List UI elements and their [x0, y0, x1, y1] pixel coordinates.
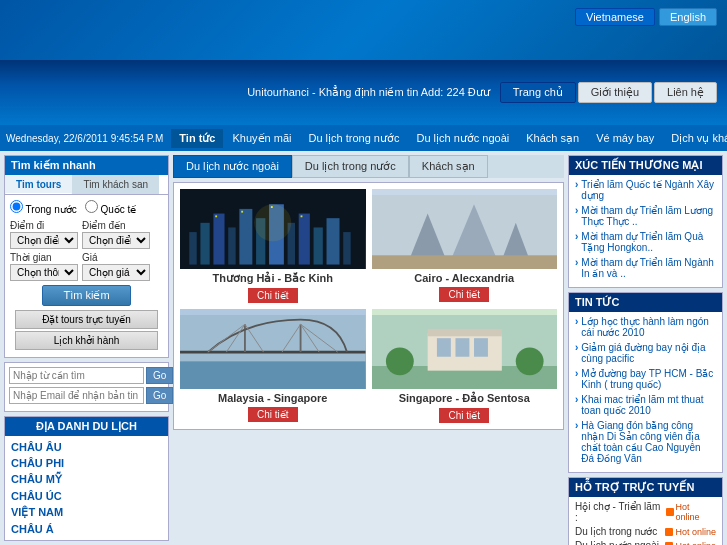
promo-item-3[interactable]: Mời tham dự Triển lãm Ngành In ấn và ..: [575, 257, 716, 279]
promo-section: XÚC TIẾN THƯƠNG MẠI Triển lãm Quốc tế Ng…: [568, 155, 723, 288]
radio-international[interactable]: Quốc tế: [85, 200, 137, 215]
email-input[interactable]: [9, 387, 144, 404]
select-from[interactable]: Chọn điểm: [10, 232, 78, 249]
svg-rect-1: [189, 232, 196, 264]
news-item-2[interactable]: Mở đường bay TP HCM - Bắc Kinh ( trung q…: [575, 368, 716, 390]
tab-international[interactable]: Du lịch nước ngoài: [173, 155, 292, 178]
tour-detail-btn-0[interactable]: Chi tiết: [248, 288, 298, 303]
online-text-0[interactable]: Hot online: [676, 502, 716, 522]
tab-find-tours[interactable]: Tim tours: [5, 175, 72, 194]
nav-news[interactable]: Tin tức: [171, 129, 223, 148]
nav-home-button[interactable]: Trang chủ: [500, 82, 576, 103]
label-to: Điểm đến: [82, 220, 150, 231]
banner-area: Unitourhanci - Khẳng định niềm tin Add: …: [0, 60, 727, 125]
language-switcher: Vietnamese English: [575, 8, 717, 26]
dest-asia[interactable]: CHÂU Á: [11, 521, 162, 537]
tour-name-3: Singapore - Đảo Sentosa: [372, 392, 558, 405]
banner-nav: Trang chủ Giới thiệu Liên hệ: [500, 82, 717, 103]
nav-about-button[interactable]: Giới thiệu: [578, 82, 652, 103]
news-item-4[interactable]: Hà Giang đón bằng công nhận Di Sản công …: [575, 420, 716, 464]
search-button[interactable]: Tìm kiếm: [42, 285, 130, 306]
tour-name-0: Thương Hải - Bắc Kinh: [180, 272, 366, 285]
online-dot-0: [666, 508, 674, 516]
itinerary-button[interactable]: Lịch khởi hành: [15, 331, 158, 350]
main-nav: Wednesday, 22/6/2011 9:45:54 P.M Tin tức…: [0, 125, 727, 151]
keyword-input[interactable]: [9, 367, 144, 384]
nav-hotel[interactable]: Khách sạn: [518, 129, 587, 148]
banner-tagline: Unitourhanci - Khẳng định niềm tin Add: …: [247, 86, 490, 99]
svg-rect-10: [314, 227, 323, 264]
svg-rect-11: [327, 218, 340, 264]
lang-vi-button[interactable]: Vietnamese: [575, 8, 655, 26]
dest-vietnam[interactable]: VIỆT NAM: [11, 504, 162, 521]
dest-america[interactable]: CHÂU MỸ: [11, 471, 162, 488]
online-badge-2: Hot online: [665, 541, 716, 546]
nav-domestic[interactable]: Du lịch trong nước: [300, 129, 407, 148]
date-label: Wednesday, 22/6/2011 9:45:54 P.M: [6, 133, 163, 144]
field-time: Thời gian Chọn thông: [10, 252, 78, 281]
search-title: Tìm kiếm nhanh: [5, 156, 168, 175]
promo-item-2[interactable]: Mời tham dự Triển lãm Quà Tặng Hongkon..: [575, 231, 716, 253]
select-to[interactable]: Chọn điểm: [82, 232, 150, 249]
online-text-2[interactable]: Hot online: [675, 541, 716, 546]
news-item-3[interactable]: Khai mac triển lãm mt thuat toan quốc 20…: [575, 394, 716, 416]
svg-rect-37: [436, 338, 450, 357]
nav-promo[interactable]: Khuyến mãi: [224, 129, 299, 148]
svg-rect-12: [343, 232, 350, 264]
support-row-0: Hội chợ - Triển lãm : Hot online: [575, 501, 716, 523]
radio-row: Trong nước Quốc tế: [10, 200, 163, 215]
tour-image-0: [180, 189, 366, 269]
tab-domestic[interactable]: Du lịch trong nước: [292, 155, 409, 178]
tour-image-2: [180, 309, 366, 389]
right-sidebar: XÚC TIẾN THƯƠNG MẠI Triển lãm Quốc tế Ng…: [568, 155, 723, 545]
promo-item-0[interactable]: Triển lãm Quốc tế Ngành Xây dựng: [575, 179, 716, 201]
online-text-1[interactable]: Hot online: [675, 527, 716, 537]
dest-eu[interactable]: CHÂU ÂU: [11, 439, 162, 455]
tour-card-2: Malaysia - Singapore Chi tiết: [180, 309, 366, 423]
tour-name-2: Malaysia - Singapore: [180, 392, 366, 404]
news-list: Lớp học thực hành làm ngón cái nước 2010…: [569, 312, 722, 472]
support-section: HỖ TRỢ TRỰC TUYẾN Hội chợ - Triển lãm : …: [568, 477, 723, 545]
svg-rect-39: [474, 338, 488, 357]
news-item-1[interactable]: Giảm giá đường bay nội địa cùng pacific: [575, 342, 716, 364]
nav-international[interactable]: Du lịch nước ngoài: [408, 129, 517, 148]
svg-rect-2: [200, 223, 209, 265]
select-price[interactable]: Chọn giá: [82, 264, 150, 281]
dest-africa[interactable]: CHÂU PHI: [11, 455, 162, 471]
destinations-list: CHÂU ÂU CHÂU PHI CHÂU MỸ CHÂU ÚC VIỆT NA…: [5, 436, 168, 540]
tour-detail-btn-2[interactable]: Chi tiết: [248, 407, 298, 422]
nav-flight[interactable]: Vé máy bay: [588, 129, 662, 148]
email-row: Go: [9, 387, 164, 404]
news-item-0[interactable]: Lớp học thực hành làm ngón cái nước 2010: [575, 316, 716, 338]
label-price: Giá: [82, 252, 150, 263]
svg-rect-24: [180, 361, 365, 389]
online-dot-2: [665, 542, 673, 546]
quick-search-row: Go: [9, 367, 164, 384]
search-tabs: Tim tours Tim khách san: [5, 175, 168, 195]
tour-image-1: [372, 189, 558, 269]
main-content: Tìm kiếm nhanh Tim tours Tim khách san T…: [0, 151, 727, 545]
radio-domestic[interactable]: Trong nước: [10, 200, 77, 215]
field-from: Điểm đi Chọn điểm: [10, 220, 78, 249]
support-list: Hội chợ - Triển lãm : Hot online Du lịch…: [569, 497, 722, 545]
nav-other[interactable]: Dịch vụ khác: [663, 129, 727, 148]
field-from-to: Điểm đi Chọn điểm Điểm đến Chọn điểm: [10, 220, 163, 249]
book-button[interactable]: Đặt tours trực tuyến: [15, 310, 158, 329]
nav-contact-button[interactable]: Liên hệ: [654, 82, 717, 103]
promo-item-1[interactable]: Mời tham dự Triển lãm Lương Thực Thực ..: [575, 205, 716, 227]
news-title: TIN TỨC: [569, 293, 722, 312]
svg-rect-3: [213, 213, 224, 264]
lang-en-button[interactable]: English: [659, 8, 717, 26]
tour-detail-btn-3[interactable]: Chi tiết: [439, 408, 489, 423]
svg-rect-14: [241, 211, 243, 213]
dest-australia[interactable]: CHÂU ÚC: [11, 488, 162, 504]
tour-grid: Thương Hải - Bắc Kinh Chi tiết Cairo - A…: [173, 182, 564, 430]
tab-hotels[interactable]: Khách sạn: [409, 155, 488, 178]
nav-items: Tin tức Khuyến mãi Du lịch trong nước Du…: [171, 129, 727, 148]
tour-image-3: [372, 309, 558, 389]
support-row-2: Du lịch nước ngoài Hot online: [575, 540, 716, 545]
tour-detail-btn-1[interactable]: Chi tiết: [439, 287, 489, 302]
support-row-1: Du lịch trong nước Hot online: [575, 526, 716, 537]
tab-find-hotel[interactable]: Tim khách san: [72, 175, 159, 194]
select-time[interactable]: Chọn thông: [10, 264, 78, 281]
